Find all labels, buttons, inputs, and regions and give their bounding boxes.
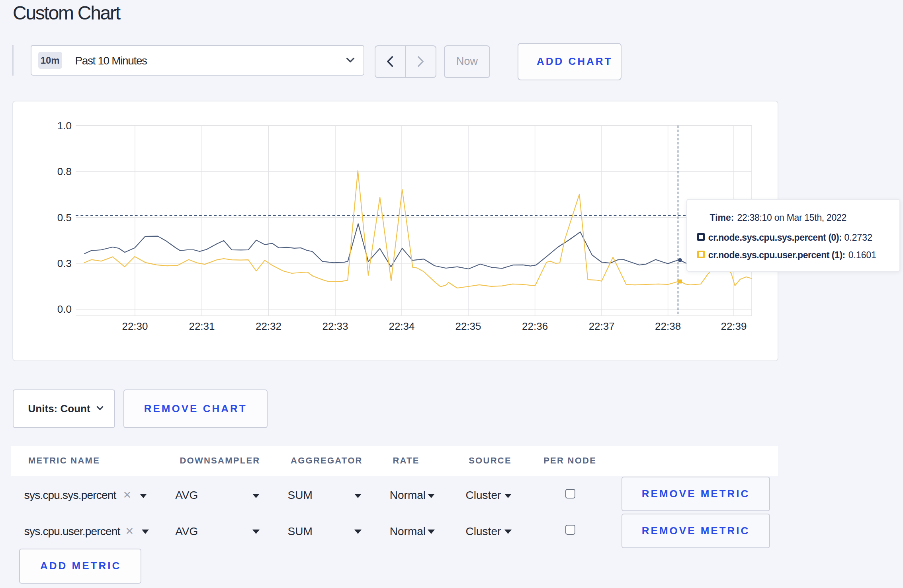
svg-text:0.8: 0.8 [57,165,72,177]
svg-text:22:32: 22:32 [256,320,281,332]
svg-text:0.5: 0.5 [57,212,72,224]
svg-text:0.3: 0.3 [57,257,72,269]
svg-text:22:35: 22:35 [455,320,481,332]
svg-text:22:39: 22:39 [721,320,747,332]
svg-text:22:30: 22:30 [122,320,148,332]
svg-text:1.0: 1.0 [57,120,72,132]
svg-text:22:37: 22:37 [589,320,615,332]
svg-text:0.0: 0.0 [57,303,72,315]
svg-text:22:38: 22:38 [655,320,681,332]
svg-text:22:33: 22:33 [322,320,348,332]
svg-text:22:34: 22:34 [389,320,414,332]
svg-text:22:31: 22:31 [189,320,215,332]
svg-text:22:36: 22:36 [522,320,548,332]
